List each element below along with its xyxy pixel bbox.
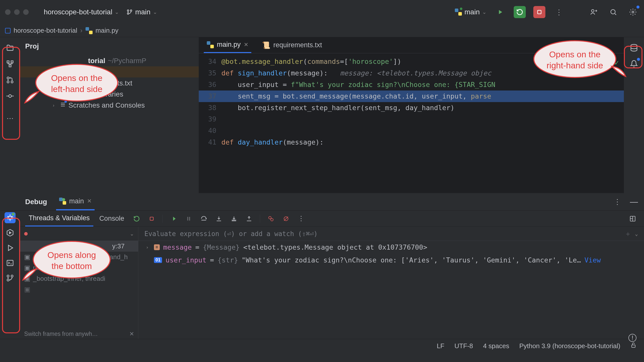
thread-selector[interactable]: ⌄ — [20, 227, 138, 241]
more-tools-button[interactable]: ⋯ — [5, 113, 16, 124]
python-icon — [455, 9, 462, 16]
stop-icon — [536, 9, 542, 15]
text-file-icon: 📜 — [262, 41, 270, 49]
line-number: 40 — [199, 125, 221, 137]
debug-left-strip — [0, 211, 20, 339]
thread-status-dot — [24, 232, 28, 236]
git-tool-button[interactable] — [5, 273, 16, 284]
step-into-button[interactable] — [214, 214, 224, 223]
layout-button[interactable] — [628, 214, 637, 223]
commit-tool-button[interactable] — [5, 90, 16, 102]
run-tool-button[interactable] — [5, 242, 16, 253]
pull-request-icon — [6, 76, 14, 84]
branch-dropdown[interactable]: main ⌄ — [127, 8, 157, 16]
variable-row[interactable]: 01 user_input = {str} "What's your zodia… — [138, 254, 644, 266]
step-into-my-code-button[interactable] — [229, 214, 239, 223]
indent[interactable]: 4 spaces — [483, 342, 509, 350]
run-button[interactable] — [494, 6, 506, 18]
svg-point-5 — [611, 10, 615, 14]
notifications-tool-button[interactable] — [628, 58, 639, 69]
chevron-down-icon[interactable]: ⌄ — [635, 231, 638, 237]
run-config-dropdown[interactable]: main ⌄ — [455, 8, 487, 16]
breadcrumb-root[interactable]: horoscope-bot-tutorial — [14, 27, 77, 34]
svg-rect-22 — [189, 217, 190, 220]
structure-tool-button[interactable] — [5, 58, 16, 69]
project-dropdown[interactable]: horoscope-bot-tutorial ⌄ — [44, 8, 119, 16]
breadcrumb: horoscope-bot-tutorial › main.py — [0, 24, 644, 37]
debug-title: Debug — [25, 198, 47, 206]
minimize-icon[interactable]: — — [630, 197, 638, 206]
tree-scratches[interactable]: › Scratches and Consoles — [20, 100, 199, 111]
project-tool-button[interactable] — [5, 42, 16, 53]
pause-button[interactable] — [184, 214, 193, 223]
interpreter[interactable]: Python 3.9 (horoscope-bot-tutorial) — [519, 342, 620, 350]
chevron-down-icon: ⌄ — [482, 9, 487, 15]
callout-bottom: Opens along the bottom — [33, 241, 111, 279]
chevron-down-icon: ⌄ — [130, 231, 134, 237]
project-name-label: torial — [88, 57, 105, 65]
play-icon — [497, 9, 504, 16]
tab-label: main.py — [217, 41, 241, 49]
view-link[interactable]: View — [584, 256, 601, 264]
lock-icon[interactable] — [630, 342, 636, 350]
vertical-dots-icon[interactable]: ⋮ — [614, 198, 621, 206]
debug-rerun-button[interactable] — [514, 6, 526, 18]
gear-icon — [629, 8, 637, 16]
evaluate-expression-input[interactable]: Evaluate expression (⏎) or add a watch (… — [138, 227, 644, 241]
debug-session-tab[interactable]: main ✕ — [56, 193, 95, 210]
frame-hint: Switch frames from anywh…✕ — [20, 329, 138, 339]
frame-row[interactable]: ▣ — [20, 284, 138, 295]
add-watch-icon[interactable]: + — [626, 230, 630, 238]
variable-row[interactable]: › ≡ message = {Message} <telebot.types.M… — [138, 241, 644, 254]
svg-point-1 — [130, 10, 132, 11]
tab-main[interactable]: main.py ✕ — [204, 37, 251, 53]
close-icon[interactable]: ✕ — [244, 41, 248, 48]
stop-button[interactable] — [147, 214, 156, 223]
terminal-tool-button[interactable] — [5, 257, 16, 268]
database-tool-button[interactable] — [628, 42, 639, 53]
svg-point-18 — [11, 275, 13, 277]
svg-rect-16 — [7, 260, 13, 265]
python-icon — [59, 198, 66, 205]
maximize-window[interactable] — [23, 9, 29, 15]
svg-point-25 — [271, 218, 273, 221]
stop-button[interactable] — [533, 6, 545, 18]
settings-button[interactable] — [627, 6, 639, 18]
svg-point-13 — [9, 95, 12, 98]
mute-breakpoints-button[interactable] — [281, 214, 291, 223]
play-icon — [6, 244, 14, 252]
close-icon[interactable]: ✕ — [87, 198, 92, 204]
threads-variables-tab[interactable]: Threads & Variables — [25, 211, 93, 227]
debug-tool-button[interactable] — [5, 212, 16, 223]
search-button[interactable] — [607, 6, 619, 18]
close-icon[interactable]: ✕ — [129, 331, 134, 337]
line-number: 41 — [199, 137, 221, 148]
line-number: 38 — [199, 102, 221, 114]
console-tab[interactable]: Console — [96, 211, 128, 227]
tree-project-root[interactable]: torial ~/PycharmP — [20, 55, 199, 66]
minimize-window[interactable] — [14, 9, 20, 15]
hexagon-play-icon — [6, 229, 14, 237]
explorer-panel: Proj torial ~/PycharmP main.py 📜 require… — [20, 37, 199, 193]
line-number: 35 — [199, 67, 221, 79]
step-over-button[interactable] — [199, 214, 209, 223]
services-tool-button[interactable] — [5, 227, 16, 238]
encoding[interactable]: UTF-8 — [454, 342, 473, 350]
rerun-button[interactable] — [132, 214, 141, 223]
line-ending[interactable]: LF — [437, 342, 444, 350]
more-actions-button[interactable]: ⋮ — [553, 6, 565, 18]
tab-label: requirements.txt — [273, 41, 322, 49]
step-out-button[interactable] — [244, 214, 254, 223]
vcs-tool-button[interactable] — [5, 74, 16, 85]
chevron-right-icon: › — [80, 27, 83, 34]
close-window[interactable] — [5, 9, 11, 15]
tab-requirements[interactable]: 📜 requirements.txt — [259, 37, 325, 53]
resume-button[interactable] — [169, 214, 178, 223]
more-debug-actions[interactable]: ⋮ — [296, 214, 306, 223]
svg-point-4 — [591, 10, 594, 12]
code-with-me-button[interactable] — [588, 6, 600, 18]
problems-icon[interactable]: ! — [628, 334, 636, 342]
svg-point-23 — [206, 218, 206, 219]
view-breakpoints-button[interactable] — [266, 214, 276, 223]
breadcrumb-file[interactable]: main.py — [96, 27, 118, 34]
